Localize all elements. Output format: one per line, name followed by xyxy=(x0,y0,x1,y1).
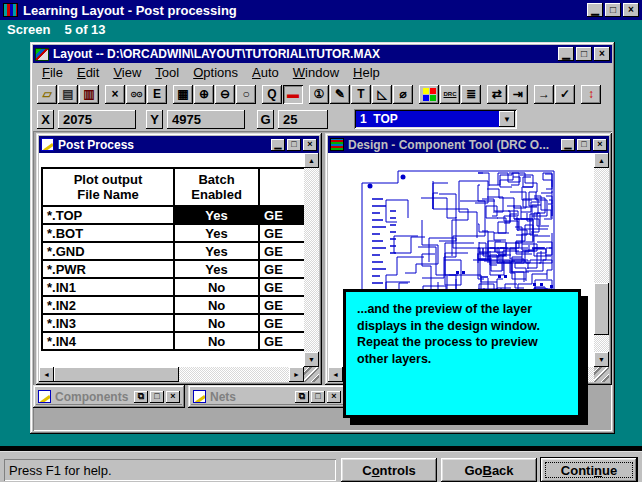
measure-icon[interactable]: ◺ xyxy=(372,85,392,104)
hscrollbar-thumb[interactable] xyxy=(54,367,179,382)
open-file-icon[interactable]: ▱ xyxy=(37,85,57,104)
delete-icon[interactable]: × xyxy=(105,85,125,104)
batch-enabled-cell[interactable]: Yes xyxy=(174,260,259,278)
chevron-down-icon[interactable]: ▼ xyxy=(499,111,515,127)
post-process-maximize-button[interactable]: □ xyxy=(287,139,301,151)
close-button[interactable]: × xyxy=(623,3,639,17)
scroll-left-icon[interactable]: ◄ xyxy=(328,367,343,382)
table-row[interactable]: *.TOPYesGE xyxy=(42,206,318,224)
menu-view[interactable]: View xyxy=(106,64,148,81)
zoom-select-icon[interactable]: ○ xyxy=(236,85,256,104)
components-restore-button[interactable]: ⧉ xyxy=(134,391,148,403)
resize-grip[interactable] xyxy=(304,367,319,382)
menu-window[interactable]: Window xyxy=(286,64,346,81)
post-process-hscrollbar[interactable]: ◄ ► xyxy=(39,367,304,382)
reconnect-icon[interactable]: ⇥ xyxy=(508,85,528,104)
zoom-in-icon[interactable]: ⊕ xyxy=(194,85,214,104)
batch-enabled-cell[interactable]: No xyxy=(174,278,259,296)
layer-combobox[interactable]: 1 TOP ▼ xyxy=(354,109,517,129)
edit-properties-icon[interactable]: E xyxy=(147,85,167,104)
nets-restore-button[interactable]: ⧉ xyxy=(295,391,309,403)
table-row[interactable]: *.GNDYesGE xyxy=(42,242,318,260)
design-maximize-button[interactable]: □ xyxy=(577,139,591,151)
layer-combobox-value: 1 TOP xyxy=(356,111,499,127)
post-process-minimize-button[interactable]: ▁ xyxy=(271,139,285,151)
library-icon[interactable]: ▥ xyxy=(79,85,99,104)
batch-enabled-cell[interactable]: No xyxy=(174,314,259,332)
menu-options[interactable]: Options xyxy=(186,64,245,81)
nets-close-button[interactable]: × xyxy=(327,391,341,403)
column-header-file-name[interactable]: Plot output File Name xyxy=(42,168,174,206)
find-icon[interactable]: ⊙⊙ xyxy=(126,85,146,104)
file-name-cell[interactable]: *.IN3 xyxy=(42,314,174,332)
menu-edit[interactable]: Edit xyxy=(70,64,106,81)
color-palette-icon[interactable] xyxy=(419,85,439,104)
zoom-out-icon[interactable]: ⊖ xyxy=(215,85,235,104)
file-name-cell[interactable]: *.GND xyxy=(42,242,174,260)
maximize-button[interactable]: □ xyxy=(605,3,621,17)
route-icon[interactable]: → xyxy=(534,85,554,104)
menu-help[interactable]: Help xyxy=(346,64,387,81)
menu-file[interactable]: File xyxy=(35,64,70,81)
note-icon[interactable]: ✎ xyxy=(330,85,350,104)
batch-enabled-cell[interactable]: Yes xyxy=(174,224,259,242)
post-process-vscrollbar[interactable]: ▲ ▼ xyxy=(304,153,319,367)
table-row[interactable]: *.IN1NoGE xyxy=(42,278,318,296)
refresh-icon[interactable]: ⇄ xyxy=(487,85,507,104)
table-row[interactable]: *.IN3NoGE xyxy=(42,314,318,332)
file-name-cell[interactable]: *.IN1 xyxy=(42,278,174,296)
post-process-table[interactable]: Plot output File Name Batch Enabled xyxy=(41,167,319,351)
batch-enabled-cell[interactable]: No xyxy=(174,332,259,350)
scroll-right-icon[interactable]: ► xyxy=(289,367,304,382)
text-tool-icon[interactable]: T xyxy=(351,85,371,104)
obstacle-icon[interactable]: ⌀ xyxy=(393,85,413,104)
file-name-cell[interactable]: *.BOT xyxy=(42,224,174,242)
coordinate-bar: X 2075 Y 4975 G 25 1 TOP ▼ xyxy=(33,107,612,131)
layout-maximize-button[interactable]: □ xyxy=(576,47,592,61)
file-name-cell[interactable]: *.IN2 xyxy=(42,296,174,314)
repour-icon[interactable]: ↕ xyxy=(581,85,601,104)
scroll-left-icon[interactable]: ◄ xyxy=(39,367,54,382)
batch-enabled-cell[interactable]: Yes xyxy=(174,206,259,224)
menu-tool[interactable]: Tool xyxy=(148,64,186,81)
save-file-icon[interactable]: ▤ xyxy=(58,85,78,104)
scroll-up-icon[interactable]: ▲ xyxy=(594,153,609,168)
go-back-button[interactable]: Go Back xyxy=(441,458,537,482)
table-row[interactable]: *.BOTYesGE xyxy=(42,224,318,242)
menu-auto[interactable]: Auto xyxy=(245,64,286,81)
component-tool-icon[interactable]: ▬ xyxy=(283,85,303,104)
components-close-button[interactable]: × xyxy=(166,391,180,403)
annotate-icon[interactable]: ① xyxy=(309,85,329,104)
query-icon[interactable]: Q xyxy=(262,85,282,104)
design-check-icon[interactable]: ✓ xyxy=(555,85,575,104)
nets-maximize-button[interactable]: □ xyxy=(311,391,325,403)
design-vscrollbar[interactable]: ▲ ▼ xyxy=(594,153,609,367)
file-name-cell[interactable]: *.IN4 xyxy=(42,332,174,350)
minimize-button[interactable]: ▁ xyxy=(587,3,603,17)
component-list-icon[interactable]: ≣ xyxy=(461,85,481,104)
continue-button[interactable]: Continue xyxy=(540,457,638,482)
drc-icon[interactable]: DRC xyxy=(440,85,460,104)
scroll-down-icon[interactable]: ▼ xyxy=(304,352,319,367)
table-row[interactable]: *.PWRYesGE xyxy=(42,260,318,278)
layout-close-button[interactable]: × xyxy=(594,47,610,61)
post-process-close-button[interactable]: × xyxy=(303,139,317,151)
resize-grip[interactable] xyxy=(594,367,609,382)
components-title: Components xyxy=(55,390,132,404)
design-minimize-button[interactable]: ▁ xyxy=(561,139,575,151)
components-maximize-button[interactable]: □ xyxy=(150,391,164,403)
table-row[interactable]: *.IN2NoGE xyxy=(42,296,318,314)
design-close-button[interactable]: × xyxy=(593,139,607,151)
controls-button[interactable]: Controls xyxy=(341,458,437,482)
spreadsheet-icon[interactable]: ▦ xyxy=(173,85,193,104)
table-row[interactable]: *.IN4NoGE xyxy=(42,332,318,350)
batch-enabled-cell[interactable]: No xyxy=(174,296,259,314)
batch-enabled-cell[interactable]: Yes xyxy=(174,242,259,260)
scroll-down-icon[interactable]: ▼ xyxy=(594,352,609,367)
vscrollbar-thumb[interactable] xyxy=(594,283,609,335)
column-header-batch-enabled[interactable]: Batch Enabled xyxy=(174,168,259,206)
file-name-cell[interactable]: *.TOP xyxy=(42,206,174,224)
file-name-cell[interactable]: *.PWR xyxy=(42,260,174,278)
scroll-up-icon[interactable]: ▲ xyxy=(304,153,319,168)
layout-minimize-button[interactable]: ▁ xyxy=(558,47,574,61)
